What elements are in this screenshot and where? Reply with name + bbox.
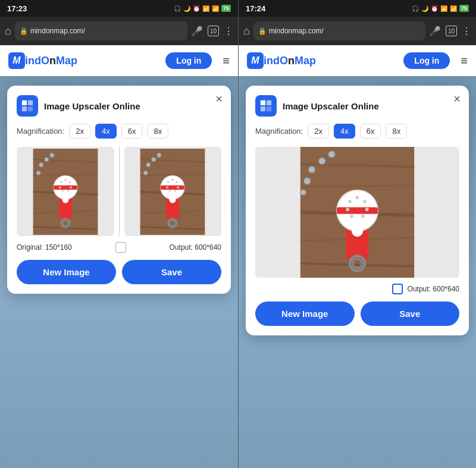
svg-point-63 xyxy=(318,158,325,164)
right-moon-icon: 🌙 xyxy=(421,5,428,12)
right-home-icon[interactable]: ⌂ xyxy=(243,25,250,37)
svg-rect-0 xyxy=(22,100,27,105)
svg-point-62 xyxy=(308,167,315,173)
right-tab-count[interactable]: 10 xyxy=(446,26,457,36)
right-app-icon xyxy=(255,95,277,117)
svg-point-25 xyxy=(62,196,68,203)
right-logo-text: indOnMap xyxy=(264,55,316,67)
svg-point-21 xyxy=(59,186,61,189)
right-browser-bar: ⌂ 🔒 mindonmap.com/ 🎤 10 ⋮ xyxy=(239,17,476,45)
tab-count[interactable]: 10 xyxy=(208,26,219,36)
more-options-icon[interactable]: ⋮ xyxy=(224,26,233,37)
svg-rect-53 xyxy=(267,100,271,105)
svg-point-45 xyxy=(166,186,168,189)
right-url-text: mindonmap.com/ xyxy=(269,27,324,35)
left-time: 17:23 xyxy=(7,4,27,13)
svg-point-75 xyxy=(365,208,369,211)
left-mag-2x[interactable]: 2x xyxy=(69,124,90,139)
right-modal-card: × Image Upscaler Online Magnification: 2… xyxy=(246,86,469,335)
right-magnification-row: Magnification: 2x 4x 6x 8x xyxy=(255,124,459,139)
signal-icon: 📶 xyxy=(212,5,219,12)
left-modal-title: Image Upscaler Online xyxy=(44,101,140,111)
left-modal-header: Image Upscaler Online xyxy=(17,95,221,117)
left-browser-actions: 🎤 10 ⋮ xyxy=(191,26,233,37)
right-mag-2x[interactable]: 2x xyxy=(308,124,329,139)
right-content-area: × Image Upscaler Online Magnification: 2… xyxy=(239,76,476,345)
svg-point-71 xyxy=(348,200,352,203)
logo-map: Map xyxy=(56,55,77,67)
right-more-options-icon[interactable]: ⋮ xyxy=(462,26,471,37)
svg-point-13 xyxy=(36,171,40,175)
left-new-image-button[interactable]: New Image xyxy=(17,260,116,284)
svg-rect-55 xyxy=(267,106,271,111)
svg-point-48 xyxy=(174,189,177,191)
svg-point-74 xyxy=(346,208,349,211)
left-images-row xyxy=(17,147,221,236)
right-close-button[interactable]: × xyxy=(453,93,461,105)
logo-m-icon: M xyxy=(8,52,25,69)
mic-icon[interactable]: 🎤 xyxy=(191,26,203,37)
svg-rect-54 xyxy=(261,106,265,111)
logo-m-letter: M xyxy=(12,55,20,66)
svg-point-76 xyxy=(350,215,353,218)
right-checkbox[interactable] xyxy=(392,284,403,294)
right-time: 17:24 xyxy=(246,4,265,13)
right-mic-icon[interactable]: 🎤 xyxy=(429,26,441,37)
left-close-button[interactable]: × xyxy=(215,93,223,105)
svg-point-66 xyxy=(300,190,306,196)
alarm-icon: ⏰ xyxy=(193,5,200,12)
left-url-bar[interactable]: 🔒 mindonmap.com/ xyxy=(15,21,187,40)
left-checkbox[interactable] xyxy=(115,242,126,253)
left-action-buttons: New Image Save xyxy=(17,260,221,284)
left-browser-bar: ⌂ 🔒 mindonmap.com/ 🎤 10 ⋮ xyxy=(0,17,238,45)
right-site-header: M indOnMap Log in ≡ xyxy=(239,45,476,76)
logo-on: O xyxy=(41,55,49,67)
output-mic-toy-svg xyxy=(140,149,205,235)
right-new-image-button[interactable]: New Image xyxy=(255,301,355,326)
svg-point-34 xyxy=(146,162,151,167)
left-mag-6x[interactable]: 6x xyxy=(121,124,143,139)
original-mic-toy-svg xyxy=(33,149,98,235)
home-icon[interactable]: ⌂ xyxy=(5,25,11,37)
right-mag-8x[interactable]: 8x xyxy=(386,124,407,139)
svg-point-42 xyxy=(167,181,170,183)
svg-point-65 xyxy=(304,178,311,184)
wifi-icon: 📶 xyxy=(202,5,209,12)
svg-point-78 xyxy=(352,225,363,237)
svg-rect-52 xyxy=(261,100,265,105)
svg-point-46 xyxy=(177,186,180,189)
lock-icon: 🔒 xyxy=(20,27,28,35)
right-headphone-icon: 🎧 xyxy=(412,5,419,12)
left-hamburger-icon[interactable]: ≡ xyxy=(223,54,230,68)
right-output-label: Output: 600*640 xyxy=(408,285,459,293)
right-modal-title: Image Upscaler Online xyxy=(283,101,379,111)
right-mag-6x[interactable]: 6x xyxy=(360,124,381,139)
svg-rect-17 xyxy=(54,185,77,189)
right-logo-on: O xyxy=(280,55,288,67)
svg-point-36 xyxy=(157,153,161,157)
left-save-button[interactable]: Save xyxy=(122,260,221,284)
left-magnification-row: Magnification: 2x 4x 6x 8x xyxy=(17,124,221,139)
svg-point-12 xyxy=(49,153,54,157)
left-mag-label: Magnification: xyxy=(17,127,64,136)
svg-point-35 xyxy=(152,157,156,161)
right-hamburger-icon[interactable]: ≡ xyxy=(461,54,468,68)
left-login-button[interactable]: Log in xyxy=(165,52,212,69)
left-original-image xyxy=(17,147,114,236)
left-content-area: × Image Upscaler Online Magnification: 2… xyxy=(0,76,238,303)
url-text: mindonmap.com/ xyxy=(30,27,85,35)
right-logo-lower: n xyxy=(288,55,295,67)
battery-badge: 75 xyxy=(221,5,231,12)
right-mag-4x[interactable]: 4x xyxy=(334,124,355,139)
right-login-button[interactable]: Log in xyxy=(403,52,450,69)
left-mag-8x[interactable]: 8x xyxy=(147,124,168,139)
right-save-button[interactable]: Save xyxy=(361,301,460,326)
right-logo-m-icon: M xyxy=(247,52,264,69)
left-mag-4x[interactable]: 4x xyxy=(95,124,117,139)
right-url-bar[interactable]: 🔒 mindonmap.com/ xyxy=(253,21,425,40)
svg-rect-70 xyxy=(337,207,378,213)
right-battery-badge: 75 xyxy=(459,5,469,12)
left-logo: M indOnMap xyxy=(8,52,77,69)
left-phone-panel: 17:23 🎧 🌙 ⏰ 📶 📶 75 ⌂ 🔒 mindonmap.com/ 🎤 … xyxy=(0,0,238,468)
right-logo-m-letter: M xyxy=(251,55,259,66)
